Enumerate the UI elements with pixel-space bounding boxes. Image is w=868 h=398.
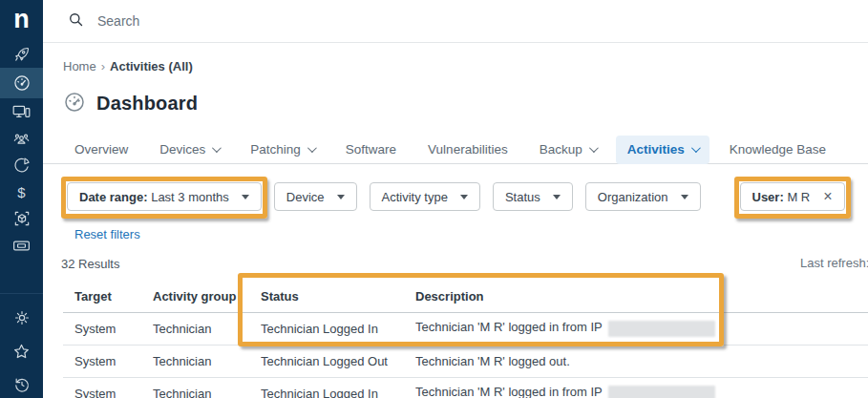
table-row[interactable]: System Technician Technician Logged Out … xyxy=(63,345,868,377)
tab-vulnerabilities[interactable]: Vulnerabilities xyxy=(416,136,519,164)
sidebar-item-favorites[interactable] xyxy=(0,338,43,365)
caret-down-icon xyxy=(681,195,688,199)
sidebar-item-ticketing[interactable] xyxy=(0,232,43,259)
sidebar-nav: $ xyxy=(0,41,43,259)
user-highlight-wrap: User: M R × xyxy=(740,182,845,211)
sidebar-item-deployment[interactable] xyxy=(0,205,43,232)
page-title-text: Dashboard xyxy=(96,93,198,115)
chevron-down-icon xyxy=(589,143,599,153)
sidebar-item-recent-history[interactable] xyxy=(0,371,43,398)
reset-filters-link[interactable]: Reset filters xyxy=(74,227,140,241)
caret-down-icon xyxy=(242,195,249,199)
dashboard-icon xyxy=(63,91,86,116)
redacted-ip-block xyxy=(608,321,715,337)
column-header-target[interactable]: Target xyxy=(63,281,153,312)
chevron-down-icon xyxy=(691,143,701,153)
dollar-icon: $ xyxy=(17,185,25,199)
date-range-highlight-wrap: Date range: Last 3 months xyxy=(67,182,262,211)
tab-bar: Overview Devices Patching Software Vulne… xyxy=(63,136,837,164)
activities-table: Target Activity group Status Description… xyxy=(63,281,868,398)
caret-down-icon xyxy=(553,195,561,199)
status-filter[interactable]: Status xyxy=(493,182,573,211)
table-row[interactable]: System Technician Technician Logged In T… xyxy=(63,312,868,345)
package-icon xyxy=(12,209,32,228)
tab-devices[interactable]: Devices xyxy=(148,136,230,164)
sidebar-divider xyxy=(0,293,43,294)
sidebar-item-billing[interactable]: $ xyxy=(0,178,43,205)
caret-down-icon xyxy=(337,195,345,199)
search-input[interactable] xyxy=(97,13,384,29)
caret-down-icon xyxy=(460,195,468,199)
redacted-ip-block xyxy=(608,386,715,398)
global-search[interactable] xyxy=(67,10,868,31)
chevron-down-icon xyxy=(212,143,222,153)
chevron-down-icon xyxy=(307,143,317,153)
tab-software[interactable]: Software xyxy=(334,136,408,164)
gauge-icon xyxy=(12,73,32,93)
results-count: 32 Results xyxy=(61,257,119,271)
breadcrumb-current: Activities (All) xyxy=(110,59,193,73)
tab-overview[interactable]: Overview xyxy=(63,136,139,164)
breadcrumb-separator: › xyxy=(101,59,105,73)
sidebar-item-administration[interactable] xyxy=(0,304,43,331)
date-range-filter[interactable]: Date range: Last 3 months xyxy=(67,182,262,211)
column-header-activity-group[interactable]: Activity group xyxy=(153,281,261,312)
tab-knowledge-base[interactable]: Knowledge Base xyxy=(718,136,837,164)
breadcrumb: Home›Activities (All) xyxy=(63,59,193,73)
table-row[interactable]: System Technician Technician Logged In T… xyxy=(63,377,868,398)
rocket-icon xyxy=(12,45,32,64)
tab-backup[interactable]: Backup xyxy=(528,136,607,164)
breadcrumb-home[interactable]: Home xyxy=(63,59,96,73)
table-header-row: Target Activity group Status Description xyxy=(63,281,868,312)
page-title: Dashboard xyxy=(63,91,198,116)
gear-icon xyxy=(12,308,32,327)
device-filter[interactable]: Device xyxy=(274,182,357,211)
close-icon[interactable]: × xyxy=(823,189,832,204)
sidebar: n xyxy=(0,0,43,398)
tab-patching[interactable]: Patching xyxy=(239,136,326,164)
filter-bar: Date range: Last 3 months Device Activit… xyxy=(67,182,845,211)
search-icon xyxy=(67,10,85,31)
devices-icon xyxy=(11,102,32,122)
last-refresh-label: Last refresh: xyxy=(800,256,868,270)
sidebar-item-dashboard[interactable] xyxy=(0,68,43,98)
ticket-icon xyxy=(11,236,32,256)
column-header-description[interactable]: Description xyxy=(415,281,868,312)
topbar xyxy=(43,0,868,43)
piechart-icon xyxy=(12,156,32,175)
sidebar-item-organizations[interactable] xyxy=(0,125,43,152)
tab-activities[interactable]: Activities xyxy=(616,136,709,164)
ninjaone-logo[interactable]: n xyxy=(0,0,43,38)
column-header-status[interactable]: Status xyxy=(261,281,415,312)
sidebar-item-reporting[interactable] xyxy=(0,152,43,178)
sidebar-item-devices[interactable] xyxy=(0,98,43,125)
users-icon xyxy=(11,129,32,149)
sidebar-nav-bottom xyxy=(0,304,43,398)
sidebar-item-getting-started[interactable] xyxy=(0,41,43,68)
history-icon xyxy=(12,375,32,394)
star-icon xyxy=(11,342,32,362)
organization-filter[interactable]: Organization xyxy=(585,182,701,211)
activity-type-filter[interactable]: Activity type xyxy=(370,182,480,211)
user-filter[interactable]: User: M R × xyxy=(740,182,845,211)
